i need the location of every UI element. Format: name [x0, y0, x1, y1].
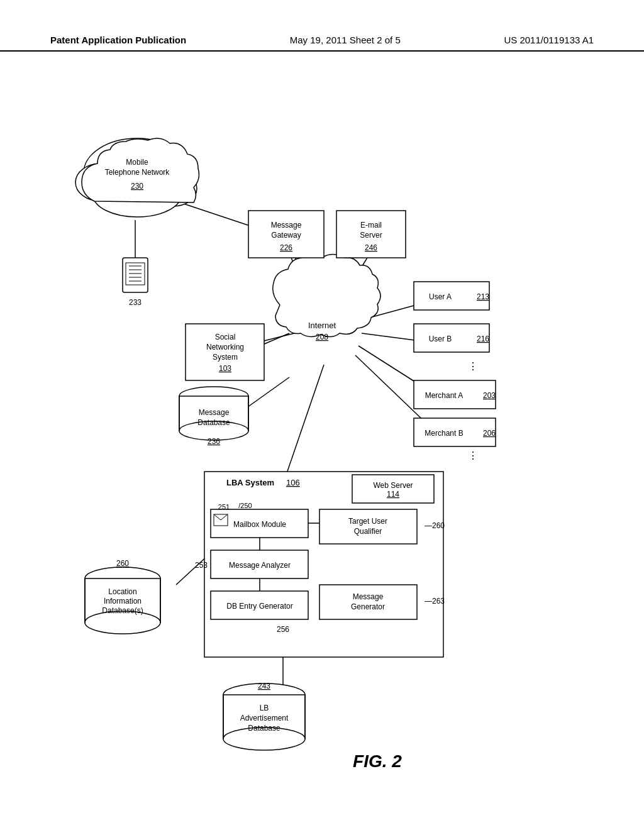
svg-text:216: 216 [477, 335, 489, 343]
svg-text:Message Analyzer: Message Analyzer [229, 561, 291, 570]
svg-text:Networking: Networking [206, 343, 244, 351]
svg-text:Target User: Target User [348, 517, 387, 526]
svg-text:Server: Server [360, 231, 382, 240]
svg-text:Merchant B: Merchant B [425, 429, 463, 438]
svg-text:226: 226 [280, 243, 292, 252]
svg-text:Gateway: Gateway [271, 231, 301, 240]
svg-text:208: 208 [316, 333, 328, 341]
svg-text:Telephone Network: Telephone Network [105, 168, 170, 177]
svg-rect-95 [86, 579, 160, 587]
svg-text:260: 260 [116, 559, 129, 568]
diagram-svg: Message Gateway 226 E-mail Server 246 Us… [0, 57, 644, 824]
svg-text:⋮: ⋮ [468, 361, 478, 372]
page: Patent Application Publication May 19, 2… [0, 0, 644, 830]
svg-text:246: 246 [365, 243, 377, 252]
svg-text:213: 213 [477, 292, 489, 301]
svg-text:114: 114 [387, 490, 399, 499]
svg-line-10 [283, 365, 324, 484]
svg-text:Advertisement: Advertisement [240, 714, 289, 722]
svg-text:203: 203 [483, 391, 496, 400]
svg-line-9 [245, 377, 289, 409]
svg-text:Internet: Internet [308, 321, 336, 330]
svg-text:256: 256 [277, 625, 289, 634]
svg-text:Generator: Generator [351, 602, 385, 611]
svg-text:User B: User B [429, 335, 452, 343]
svg-text:Merchant A: Merchant A [425, 391, 464, 400]
svg-text:Mailbox Module: Mailbox Module [233, 520, 286, 529]
svg-text:—263: —263 [425, 597, 445, 606]
svg-text:System: System [213, 353, 238, 362]
svg-text:⋮: ⋮ [468, 450, 478, 461]
svg-text:103: 103 [219, 364, 231, 373]
header: Patent Application Publication May 19, 2… [0, 35, 644, 52]
svg-text:User A: User A [429, 292, 452, 301]
svg-text:Database: Database [248, 724, 280, 733]
svg-text:Mobile: Mobile [126, 158, 148, 167]
svg-text:Message: Message [271, 221, 302, 230]
header-center: May 19, 2011 Sheet 2 of 5 [290, 35, 401, 45]
svg-text:Database(s): Database(s) [102, 606, 143, 615]
svg-text:E-mail: E-mail [360, 221, 382, 230]
svg-rect-51 [180, 397, 248, 403]
svg-text:243: 243 [258, 682, 270, 690]
svg-text:LB: LB [260, 704, 269, 712]
svg-text:LBA System: LBA System [226, 478, 274, 487]
svg-line-0 [176, 201, 252, 226]
svg-text:Message: Message [199, 408, 230, 417]
svg-text:Message: Message [353, 592, 384, 601]
svg-text:206: 206 [483, 429, 496, 438]
svg-text:Database: Database [197, 418, 230, 427]
svg-text:FIG. 2: FIG. 2 [353, 751, 402, 771]
svg-text:230: 230 [131, 182, 143, 191]
header-left: Patent Application Publication [50, 35, 186, 45]
svg-text:236: 236 [208, 437, 220, 446]
svg-text:Qualifier: Qualifier [354, 527, 382, 536]
svg-text:DB Entry Generator: DB Entry Generator [226, 602, 292, 611]
svg-text:106: 106 [286, 478, 300, 487]
header-right: US 2011/0119133 A1 [504, 35, 594, 45]
svg-text:/250: /250 [238, 502, 252, 509]
svg-text:Social: Social [215, 333, 236, 341]
svg-text:—260: —260 [425, 521, 445, 530]
svg-rect-105 [224, 695, 304, 703]
svg-text:Location: Location [108, 587, 136, 596]
svg-text:253: 253 [195, 561, 208, 570]
svg-text:Information: Information [104, 597, 142, 606]
svg-text:251: 251 [218, 503, 230, 511]
svg-text:233: 233 [129, 298, 142, 307]
svg-text:Web Server: Web Server [373, 481, 413, 490]
